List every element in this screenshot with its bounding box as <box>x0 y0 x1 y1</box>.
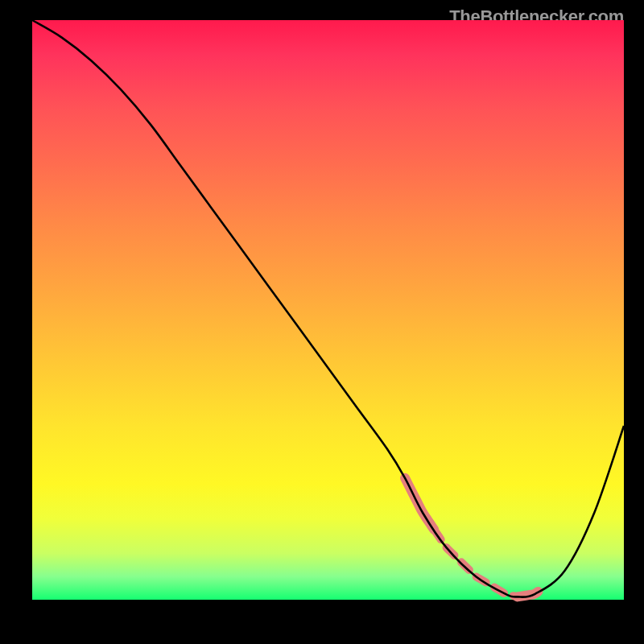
optimal-zone-dash-highlight <box>435 530 518 597</box>
curve-svg <box>32 20 624 600</box>
plot-area <box>32 20 624 600</box>
chart-container: { "attribution": "TheBottlenecker.com", … <box>0 0 644 644</box>
bottleneck-curve-path <box>32 20 624 597</box>
